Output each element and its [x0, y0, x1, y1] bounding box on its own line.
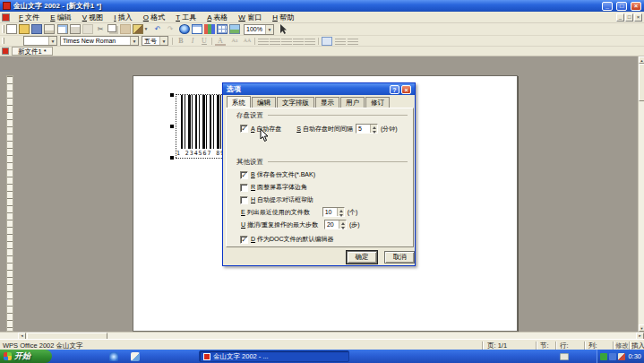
vertical-scroll-thumb[interactable] [639, 64, 644, 101]
default-editor-checkbox[interactable] [240, 236, 248, 244]
grow-font-button[interactable]: AA [242, 37, 253, 46]
autosave-interval-spinner[interactable]: 5 [356, 124, 378, 134]
redo-icon[interactable]: ↷ [165, 24, 176, 34]
cut-icon[interactable]: ✂ [95, 24, 106, 34]
child-close-button[interactable]: × [634, 13, 642, 22]
menu-O[interactable]: O 格式 [138, 12, 170, 23]
ok-button[interactable]: 确定 [347, 251, 377, 264]
spinner-arrows[interactable] [339, 220, 346, 229]
toolbar-grip[interactable] [2, 38, 4, 44]
close-button[interactable]: × [631, 2, 641, 11]
help-button[interactable]: ? [390, 85, 399, 94]
print-icon[interactable] [70, 24, 81, 34]
smooth-font-checkbox[interactable] [240, 184, 248, 192]
vertical-scrollbar[interactable]: ▲ ▼ [638, 56, 644, 332]
show-desktop-icon[interactable] [131, 352, 140, 361]
bullets-button[interactable] [335, 37, 346, 46]
chevron-down-icon[interactable]: ▼ [265, 25, 273, 34]
zoom-combo[interactable]: 100% ▼ [244, 24, 274, 35]
recent-files-spinner[interactable]: 10 [322, 207, 345, 217]
selection-border-left [176, 96, 176, 158]
bold-button[interactable]: B [176, 37, 186, 46]
italic-button[interactable]: I [187, 37, 198, 46]
tray-icon-misc[interactable] [618, 353, 625, 360]
child-minimize-button[interactable]: _ [616, 13, 624, 22]
maximize-button[interactable]: □ [616, 2, 627, 11]
menu-H[interactable]: H 帮助 [267, 12, 299, 23]
font-combo[interactable]: Times New Roman ▼ [60, 36, 139, 46]
autosave-checkbox[interactable] [240, 125, 248, 133]
undo-steps-spinner[interactable]: 20 [324, 220, 347, 229]
style-combo[interactable]: ▼ [23, 36, 57, 46]
taskbar-task-button[interactable]: 金山文字 2002 - ... [199, 350, 349, 362]
menu-F[interactable]: F 文件 [13, 12, 45, 23]
copy-icon[interactable] [107, 24, 116, 32]
scroll-down-icon[interactable]: ▼ [639, 324, 644, 332]
align-right-button[interactable] [281, 37, 292, 46]
select-object-icon[interactable] [279, 24, 288, 35]
selection-handle[interactable] [170, 156, 174, 160]
document-tab[interactable]: 新文件1 * [12, 47, 53, 56]
tray-icon-green[interactable] [600, 353, 607, 360]
format-painter-icon[interactable] [133, 24, 143, 34]
underline-button[interactable]: U [199, 37, 210, 46]
align-left-button[interactable] [258, 37, 269, 46]
group-line [268, 115, 408, 116]
menu-V[interactable]: V 视图 [77, 12, 109, 23]
minimize-button[interactable]: _ [602, 2, 613, 11]
menu-A[interactable]: A 表格 [202, 12, 233, 23]
dialog-help-checkbox[interactable] [240, 196, 248, 204]
menu-E[interactable]: E 编辑 [45, 12, 77, 23]
menu-W[interactable]: W 窗口 [233, 12, 267, 23]
toolbar-grip[interactable] [2, 25, 4, 33]
justify-button[interactable] [293, 37, 304, 46]
size-combo[interactable]: 五号 ▼ [142, 36, 168, 46]
separator [254, 38, 255, 45]
start-button[interactable]: 开始 [0, 350, 52, 363]
line-spacing-button[interactable] [322, 37, 332, 46]
drawing-icon[interactable] [204, 24, 215, 34]
tray-icon-blue[interactable] [609, 353, 616, 360]
paste-icon[interactable] [120, 24, 131, 34]
print-preview-icon[interactable] [57, 24, 68, 34]
spinner-value: 20 [325, 220, 339, 229]
horizontal-scrollbar[interactable]: ◄ ► [0, 332, 644, 339]
insert-table-icon[interactable] [217, 24, 228, 34]
internet-explorer-icon[interactable] [109, 352, 118, 361]
printer-status-icon[interactable] [560, 353, 569, 360]
frame-icon[interactable] [192, 24, 202, 34]
save-icon[interactable] [31, 24, 42, 34]
menu-T[interactable]: T 工具 [170, 12, 202, 23]
backup-checkbox[interactable] [240, 171, 248, 179]
format-painter-dropdown-icon[interactable]: ▼ [143, 24, 149, 34]
numbering-button[interactable] [348, 37, 358, 46]
vertical-ruler[interactable] [6, 75, 13, 332]
distribute-button[interactable] [305, 37, 315, 46]
open-icon[interactable] [19, 24, 30, 34]
menu-I[interactable]: I 插入 [108, 12, 137, 23]
new-icon[interactable] [6, 24, 17, 34]
dialog-close-button[interactable]: × [401, 85, 411, 94]
cancel-button[interactable]: 取消 [384, 251, 415, 264]
mail-icon[interactable] [44, 24, 55, 34]
hyperlink-icon[interactable] [179, 24, 190, 34]
dialog-title-bar[interactable]: 选项 ? × [223, 83, 415, 95]
insert-image-icon[interactable] [229, 24, 240, 34]
chevron-down-icon[interactable]: ▼ [130, 37, 138, 45]
scroll-up-icon[interactable]: ▲ [639, 56, 644, 64]
selection-handle[interactable] [170, 93, 174, 97]
chevron-down-icon[interactable]: ▼ [48, 37, 56, 45]
backup-label: B 保存备份文件(*.BAK) [251, 170, 315, 179]
chevron-down-icon[interactable]: ▼ [159, 37, 167, 45]
child-restore-button[interactable]: □ [625, 13, 633, 22]
font-color-button[interactable]: A [215, 37, 226, 46]
standard-toolbar: ✂ ▼ ↶ ↷ 100% ▼ [0, 23, 644, 36]
align-center-button[interactable] [270, 37, 280, 46]
dialog-tab-系统[interactable]: 系统 [227, 96, 251, 108]
shrink-font-button[interactable]: Aa [229, 37, 240, 46]
undo-icon[interactable]: ↶ [152, 24, 163, 34]
selection-handle[interactable] [170, 125, 174, 128]
spinner-arrows[interactable] [370, 125, 377, 133]
spell-check-icon[interactable] [82, 24, 93, 34]
spinner-arrows[interactable] [337, 208, 344, 216]
